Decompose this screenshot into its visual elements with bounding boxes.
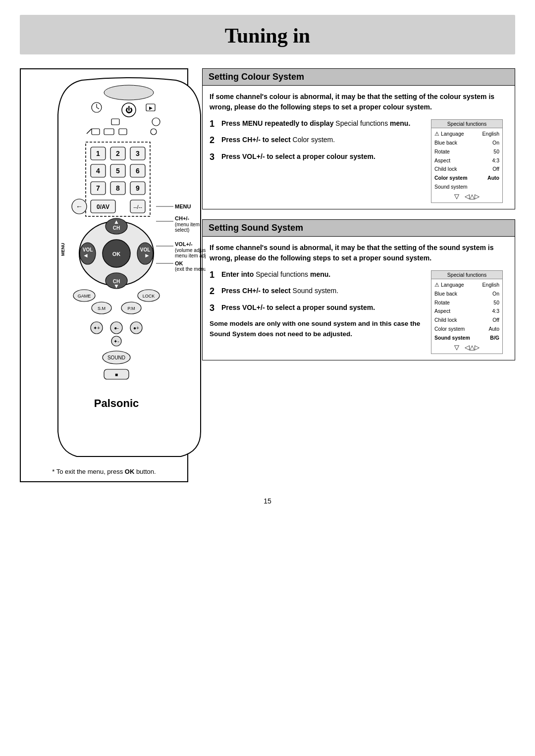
colour-steps-wrapper: 1 Press MENU repeatedly to display Speci… — [210, 118, 508, 203]
svg-text:1: 1 — [96, 150, 100, 157]
svg-text:select): select) — [175, 227, 189, 233]
svg-text:--/--: --/-- — [133, 204, 142, 210]
sf-row-childlock: Child lockOff — [434, 165, 499, 174]
exit-note-ok: OK — [125, 468, 135, 475]
svg-text:✦-: ✦- — [113, 339, 119, 344]
svg-text:8: 8 — [116, 184, 120, 192]
remote-svg: ⏻ ▶ — [52, 75, 206, 461]
svg-text:LOCK: LOCK — [143, 294, 155, 299]
svg-text:S.M: S.M — [98, 306, 106, 311]
svg-text:(menu item: (menu item — [175, 222, 200, 227]
colour-sf-nav: ▽ ◁△▷ — [434, 192, 499, 201]
sound-section: Setting Sound System If some channel's s… — [202, 219, 515, 360]
main-content: ⏻ ▶ — [0, 68, 535, 482]
svg-text:CH: CH — [113, 225, 120, 231]
svg-text:▲: ▲ — [113, 218, 119, 225]
svg-text:(volume adjust: (volume adjust — [175, 248, 206, 253]
remote-svg-wrapper: ⏻ ▶ — [52, 75, 156, 463]
svg-text:4: 4 — [96, 167, 100, 175]
sf-row-rotate: Rotate50 — [434, 148, 499, 156]
sound-special-functions: Special functions ⚠ LanguageEnglish Blue… — [431, 270, 503, 354]
colour-step-3: 3 Press VOL+/- to select a proper colour… — [210, 151, 426, 163]
page-number: 15 — [0, 497, 535, 515]
sound-section-body: If some channel's sound is abnormal, it … — [203, 237, 515, 360]
svg-text:OK: OK — [175, 260, 183, 266]
svg-text:6: 6 — [136, 167, 140, 175]
svg-text:P.M: P.M — [128, 306, 135, 311]
colour-sf-title: Special functions — [431, 120, 502, 128]
svg-text:●-: ●- — [114, 325, 118, 331]
sound-steps-wrapper: 1 Enter into Special functions menu. 2 P… — [210, 269, 508, 354]
sf-row-aspect: Aspect4:3 — [434, 156, 499, 165]
colour-step-2: 2 Press CH+/- to select Color system. — [210, 135, 426, 146]
sound-step-2: 2 Press CH+/- to select Sound system. — [210, 286, 426, 297]
colour-intro: If some channel's colour is abnormal, it… — [210, 92, 508, 112]
sound-step-1: 1 Enter into Special functions menu. — [210, 269, 426, 281]
exit-note: * To exit the menu, press OK button. — [52, 468, 156, 475]
colour-step2-bold: Press CH+/- to select — [221, 136, 291, 144]
sound-sf-title: Special functions — [431, 271, 502, 279]
title-bar: Tuning in — [20, 15, 515, 54]
svg-text:VOL+/-: VOL+/- — [175, 241, 193, 247]
svg-text:7: 7 — [96, 184, 100, 192]
sf-row-soundsystem: Sound system — [434, 183, 499, 192]
svg-text:►: ► — [144, 252, 150, 259]
sound-note: Some models are only with one sound syst… — [210, 319, 426, 340]
sf-row-colorsystem: Color systemAuto — [434, 174, 499, 183]
sound-sf-row-aspect: Aspect4:3 — [434, 307, 499, 316]
colour-step3-bold: Press VOL+/- to select a proper colour s… — [221, 152, 375, 160]
svg-text:0/AV: 0/AV — [97, 203, 109, 210]
colour-section-title: Setting Colour System — [203, 69, 515, 86]
page-title: Tuning in — [20, 24, 515, 48]
svg-text:Palsonic: Palsonic — [94, 397, 139, 409]
svg-text:CH+/-: CH+/- — [175, 215, 189, 221]
colour-section: Setting Colour System If some channel's … — [202, 68, 515, 209]
svg-text:9: 9 — [136, 184, 140, 192]
exit-note-prefix: * To exit the menu, press — [52, 468, 124, 475]
svg-text:✦+: ✦+ — [93, 325, 100, 331]
svg-text:▼: ▼ — [113, 283, 119, 290]
svg-text:3: 3 — [136, 150, 140, 157]
svg-text:MENU: MENU — [175, 203, 191, 209]
svg-text:OK: OK — [112, 251, 121, 257]
colour-step1-bold: Press MENU repeatedly to display — [221, 119, 333, 127]
colour-special-functions: Special functions ⚠ LanguageEnglish Blue… — [431, 119, 503, 203]
svg-text:SOUND: SOUND — [107, 355, 125, 360]
sound-sf-row-soundsystem: Sound systemB/G — [434, 334, 499, 343]
svg-text:GAME: GAME — [78, 294, 91, 299]
svg-text:●+: ●+ — [133, 325, 139, 331]
sound-sf-nav: ▽ ◁△▷ — [434, 343, 499, 352]
svg-point-0 — [104, 85, 154, 100]
svg-text:menu item adjust): menu item adjust) — [175, 253, 206, 258]
left-panel: ⏻ ▶ — [20, 68, 188, 482]
svg-text:5: 5 — [116, 167, 120, 175]
sound-sf-row-rotate: Rotate50 — [434, 299, 499, 307]
colour-sf-body: ⚠ LanguageEnglish Blue backOn Rotate50 A… — [431, 128, 502, 202]
sound-sf-row-blueback: Blue backOn — [434, 290, 499, 299]
svg-text:◄: ◄ — [83, 252, 89, 259]
svg-text:←: ← — [76, 202, 83, 210]
exit-note-suffix: button. — [134, 468, 156, 475]
colour-section-body: If some channel's colour is abnormal, it… — [203, 86, 515, 209]
svg-text:⏻: ⏻ — [125, 106, 133, 114]
sound-sf-row-language: ⚠ LanguageEnglish — [434, 281, 499, 290]
right-panel: Setting Colour System If some channel's … — [202, 68, 515, 482]
svg-text:■: ■ — [115, 372, 118, 377]
svg-text:(exit the menu): (exit the menu) — [175, 266, 206, 272]
sound-step-3: 3 Press VOL+/- to select a proper sound … — [210, 302, 426, 314]
sound-step1-bold: Enter into — [221, 270, 254, 278]
remote-container: ⏻ ▶ — [27, 75, 181, 475]
sound-sf-row-colorsystem: Color systemAuto — [434, 325, 499, 334]
sound-steps-left: 1 Enter into Special functions menu. 2 P… — [210, 269, 426, 354]
sound-step3-bold: Press VOL+/- to select a proper sound sy… — [221, 303, 375, 311]
sf-row-language: ⚠ LanguageEnglish — [434, 130, 499, 139]
sound-step2-bold: Press CH+/- to select — [221, 287, 291, 295]
colour-step-1: 1 Press MENU repeatedly to display Speci… — [210, 118, 426, 130]
svg-text:▶: ▶ — [149, 105, 153, 110]
sound-sf-row-childlock: Child lockOff — [434, 316, 499, 325]
sound-intro: If some channel's sound is abnormal, it … — [210, 243, 508, 263]
colour-steps-left: 1 Press MENU repeatedly to display Speci… — [210, 118, 426, 203]
sound-section-title: Setting Sound System — [203, 220, 515, 237]
svg-text:MENU: MENU — [60, 243, 65, 256]
svg-text:2: 2 — [116, 150, 120, 157]
